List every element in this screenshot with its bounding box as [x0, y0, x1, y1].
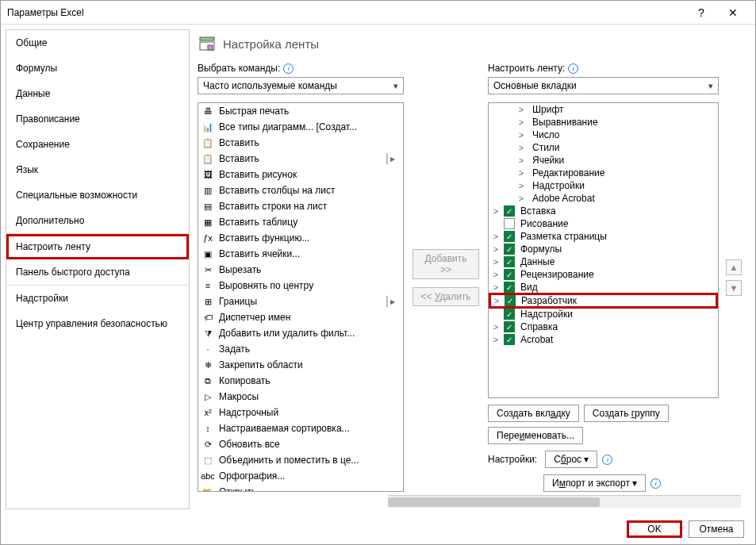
tree-item[interactable]: >✓Справка	[489, 320, 718, 333]
checkbox[interactable]: ✓	[504, 282, 515, 293]
sidebar-item-advanced[interactable]: Дополнительно	[6, 208, 189, 233]
command-item[interactable]: 📋Вставить	[198, 135, 403, 151]
import-export-button[interactable]: Импорт и экспорт ▾	[543, 474, 646, 492]
command-item[interactable]: 📊Все типы диаграмм... [Создат...	[198, 119, 403, 135]
command-item[interactable]: ⬚Объединить и поместить в це...	[198, 452, 403, 468]
sidebar-item-general[interactable]: Общие	[6, 30, 189, 56]
chevron-icon[interactable]: >	[490, 232, 501, 241]
command-item[interactable]: ⧉Копировать	[198, 373, 403, 389]
move-up-button[interactable]: ▲	[726, 259, 742, 275]
command-item[interactable]: ▣Вставить ячейки...	[198, 246, 403, 262]
chevron-icon[interactable]: >	[490, 244, 501, 254]
commands-listbox[interactable]: 🖶Быстрая печать📊Все типы диаграмм... [Со…	[198, 102, 404, 492]
command-item[interactable]: ⧩Добавить или удалить фильт...	[198, 325, 403, 341]
chevron-icon[interactable]: >	[516, 194, 527, 203]
tree-item[interactable]: >Редактирование	[489, 167, 718, 179]
tree-item[interactable]: >✓Данные	[489, 255, 718, 268]
checkbox[interactable]: ✓	[504, 244, 515, 255]
rename-button[interactable]: Переименовать...	[488, 427, 583, 444]
sidebar-item-proofing[interactable]: Правописание	[6, 106, 189, 132]
checkbox[interactable]: ✓	[504, 269, 515, 280]
sidebar-item-formulas[interactable]: Формулы	[6, 56, 189, 81]
tree-item[interactable]: >Adobe Acrobat	[489, 192, 718, 205]
tree-item[interactable]: >✓Формулы	[489, 243, 718, 255]
checkbox[interactable]	[504, 218, 515, 229]
checkbox[interactable]: ✓	[504, 334, 515, 345]
command-item[interactable]: ▥Вставить столбцы на лист	[198, 182, 403, 198]
info-icon[interactable]: i	[650, 478, 661, 489]
tree-item[interactable]: >✓Разработчик	[489, 293, 718, 309]
command-item[interactable]: ❄Закрепить области	[198, 357, 403, 373]
sidebar-item-customize-ribbon[interactable]: Настроить ленту	[6, 234, 189, 259]
checkbox[interactable]: ✓	[504, 309, 515, 320]
tree-item[interactable]: >✓Разметка страницы	[489, 230, 718, 243]
command-item[interactable]: ▤Вставить строки на лист	[198, 198, 403, 214]
checkbox[interactable]: ✓	[504, 205, 515, 217]
reset-button[interactable]: Сброс ▾	[545, 451, 597, 468]
chevron-icon[interactable]: >	[516, 155, 527, 165]
command-item[interactable]: ·Задать	[198, 341, 403, 357]
tree-item[interactable]: >Стили	[489, 141, 718, 154]
tree-item[interactable]: >Надстройки	[489, 179, 718, 192]
ribbon-tree[interactable]: >Шрифт>Выравнивание>Число>Стили>Ячейки>Р…	[488, 102, 719, 398]
new-tab-button[interactable]: Создать вкладку	[488, 405, 579, 422]
tree-item[interactable]: >Шрифт	[489, 103, 718, 116]
commands-dropdown[interactable]: Часто используемые команды	[198, 77, 404, 94]
sidebar-item-save[interactable]: Сохранение	[6, 132, 189, 157]
ribbon-dropdown[interactable]: Основные вкладки	[488, 77, 719, 94]
tree-item[interactable]: >Рисование	[489, 217, 718, 230]
sidebar-item-data[interactable]: Данные	[6, 81, 189, 106]
command-item[interactable]: ƒxВставить функцию...	[198, 230, 403, 246]
command-item[interactable]: 📋Вставить│▸	[198, 151, 403, 167]
info-icon[interactable]: i	[283, 63, 294, 74]
chevron-icon[interactable]: >	[490, 206, 501, 216]
sidebar-item-accessibility[interactable]: Специальные возможности	[6, 182, 189, 208]
command-item[interactable]: ⟳Обновить все	[198, 436, 403, 452]
sidebar-item-trust-center[interactable]: Центр управления безопасностью	[6, 311, 189, 336]
tree-item[interactable]: >✓Вставка	[489, 205, 718, 217]
command-item[interactable]: x²Надстрочный	[198, 405, 403, 420]
checkbox[interactable]: ✓	[504, 231, 515, 242]
horizontal-scrollbar[interactable]	[388, 495, 741, 508]
info-icon[interactable]: i	[602, 455, 612, 465]
checkbox[interactable]: ✓	[505, 295, 516, 306]
chevron-icon[interactable]: >	[490, 282, 501, 292]
sidebar-item-addins[interactable]: Надстройки	[6, 286, 189, 311]
chevron-icon[interactable]: >	[490, 322, 501, 332]
chevron-icon[interactable]: >	[491, 296, 502, 305]
chevron-icon[interactable]: >	[490, 257, 501, 267]
chevron-icon[interactable]: >	[516, 117, 527, 127]
chevron-icon[interactable]: >	[516, 130, 527, 140]
tree-item[interactable]: >✓Надстройки	[489, 308, 718, 320]
command-item[interactable]: ▦Вставить таблицу	[198, 214, 403, 230]
chevron-icon[interactable]: >	[490, 335, 501, 344]
command-item[interactable]: ≡Выровнять по центру	[198, 278, 403, 294]
info-icon[interactable]: i	[568, 63, 578, 74]
tree-item[interactable]: >✓Вид	[489, 281, 718, 294]
command-item[interactable]: ↕Настраиваемая сортировка...	[198, 420, 403, 436]
tree-item[interactable]: >✓Рецензирование	[489, 268, 718, 281]
move-down-button[interactable]: ▼	[726, 280, 742, 296]
chevron-icon[interactable]: >	[516, 168, 527, 178]
tree-item[interactable]: >Число	[489, 129, 718, 141]
command-item[interactable]: 🖼Вставить рисунок	[198, 167, 403, 182]
command-item[interactable]: 📂Открыть	[198, 484, 403, 492]
tree-item[interactable]: >Ячейки	[489, 154, 718, 167]
checkbox[interactable]: ✓	[504, 321, 515, 332]
chevron-icon[interactable]: >	[516, 143, 527, 152]
tree-item[interactable]: >✓Acrobat	[489, 333, 718, 346]
command-item[interactable]: abcОрфография...	[198, 468, 403, 484]
checkbox[interactable]: ✓	[504, 256, 515, 267]
command-item[interactable]: 🖶Быстрая печать	[198, 103, 403, 119]
sidebar-item-language[interactable]: Язык	[6, 157, 189, 182]
chevron-icon[interactable]: >	[490, 270, 501, 279]
scrollbar-thumb[interactable]	[388, 497, 600, 507]
chevron-icon[interactable]: >	[516, 181, 527, 190]
sidebar-item-quick-access[interactable]: Панель быстрого доступа	[6, 259, 189, 285]
tree-item[interactable]: >Выравнивание	[489, 116, 718, 129]
command-item[interactable]: ▷Макросы	[198, 389, 403, 405]
cancel-button[interactable]: Отмена	[689, 520, 744, 538]
remove-button[interactable]: << Удалить	[413, 287, 479, 306]
help-button[interactable]: ?	[685, 2, 717, 24]
close-button[interactable]: ✕	[717, 2, 749, 24]
